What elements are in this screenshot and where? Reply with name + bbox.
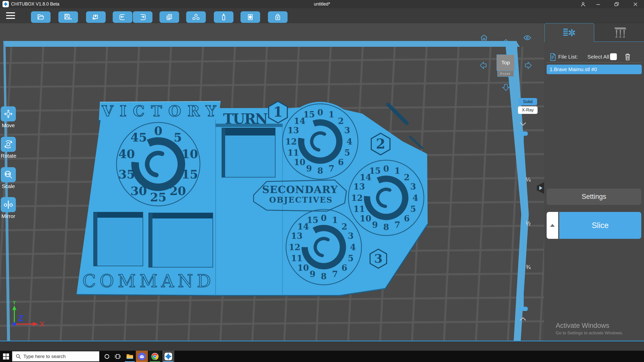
tool-mirror[interactable]: Mirror bbox=[1, 197, 16, 219]
below-plate-area bbox=[0, 341, 644, 351]
command-label: COMMAND bbox=[83, 271, 212, 291]
clip-up-chevron[interactable] bbox=[519, 122, 527, 127]
file-list-item[interactable]: 1.Brave Maimu.stl #0 bbox=[547, 65, 642, 74]
dial-number: 10 bbox=[297, 263, 309, 273]
dial-number: 4 bbox=[413, 193, 418, 203]
dial-number: 9 bbox=[372, 220, 378, 230]
select-all-checkbox[interactable] bbox=[610, 53, 617, 60]
search-icon bbox=[16, 354, 21, 359]
user-account-icon[interactable] bbox=[577, 0, 589, 8]
dig-hole-button[interactable] bbox=[268, 11, 288, 23]
rotate-left-arrow[interactable] bbox=[479, 61, 487, 71]
search-placeholder: Type here to search bbox=[23, 354, 66, 359]
dial-number: 13 bbox=[288, 125, 299, 135]
minimize-button[interactable] bbox=[592, 0, 604, 8]
screenshot-button[interactable] bbox=[86, 11, 106, 23]
resin-bottle-button[interactable] bbox=[214, 11, 233, 23]
select-all-label: Select All bbox=[587, 54, 609, 60]
clip-mark-quarter: ¼ bbox=[526, 176, 534, 183]
dial-number: 12 bbox=[285, 137, 297, 147]
view-cube-front-face[interactable]: Front bbox=[497, 71, 514, 77]
dial-number: 2 bbox=[342, 222, 347, 232]
dial-number: 30 bbox=[131, 184, 147, 198]
tool-move-label: Move bbox=[1, 122, 16, 128]
round-badge-3: 3 bbox=[370, 249, 387, 268]
dial-number: 0 bbox=[383, 164, 389, 174]
home-view-icon[interactable] bbox=[480, 34, 488, 43]
stl-model[interactable]: VICTORY TURN SECONDARY OBJECTIVES COMMAN… bbox=[76, 101, 428, 296]
open-file-button[interactable] bbox=[31, 11, 51, 23]
dial-number: 9 bbox=[310, 269, 315, 279]
view-cube-top-face[interactable]: Top bbox=[497, 55, 515, 71]
tab-supports[interactable] bbox=[595, 23, 644, 42]
clip-slider-track[interactable] bbox=[522, 133, 524, 309]
chrome-icon[interactable] bbox=[149, 351, 161, 362]
turn-recess bbox=[222, 128, 275, 177]
clip-down-chevron[interactable] bbox=[519, 317, 527, 322]
tool-rotate[interactable]: Rotate bbox=[1, 137, 16, 159]
clip-slider-bottom-handle[interactable] bbox=[518, 307, 528, 311]
dial-number: 9 bbox=[306, 164, 312, 173]
cortana-icon[interactable] bbox=[102, 351, 112, 362]
dial-number: 0 bbox=[321, 213, 327, 223]
auto-layout-button[interactable] bbox=[186, 11, 206, 23]
hollow-button[interactable] bbox=[240, 11, 260, 23]
taskbar-search-input[interactable]: Type here to search bbox=[12, 351, 99, 361]
dial-number: 8 bbox=[383, 222, 389, 232]
settings-button[interactable]: Settings bbox=[547, 189, 641, 205]
tool-mirror-label: Mirror bbox=[1, 213, 16, 219]
tool-scale[interactable]: Scale bbox=[1, 167, 16, 189]
dial-number: 8 bbox=[321, 272, 327, 281]
objectives-label: OBJECTIVES bbox=[269, 195, 332, 204]
file-explorer-icon[interactable] bbox=[124, 351, 136, 362]
undo-button[interactable] bbox=[113, 11, 132, 23]
document-title: untitled* bbox=[0, 2, 644, 7]
render-mode-xray-button[interactable]: X-Ray bbox=[518, 106, 538, 114]
dial-number: 3 bbox=[410, 182, 416, 192]
rotate-right-arrow[interactable] bbox=[525, 61, 532, 71]
dial-number: 7 bbox=[394, 220, 400, 230]
file-item-label: 1.Brave Maimu.stl #0 bbox=[550, 67, 597, 72]
tool-scale-label: Scale bbox=[1, 183, 16, 189]
dial-number: 12 bbox=[351, 193, 363, 203]
view-cube[interactable]: Top Front bbox=[497, 55, 515, 77]
dial-number: 4 bbox=[347, 137, 352, 147]
discord-icon[interactable] bbox=[136, 351, 148, 362]
dial-number: 20 bbox=[170, 184, 186, 198]
clip-mark-three-quarter: ¾ bbox=[526, 264, 534, 271]
perspective-eye-icon[interactable] bbox=[523, 34, 531, 42]
clone-button[interactable] bbox=[159, 11, 179, 23]
menu-button[interactable] bbox=[6, 12, 15, 19]
close-button[interactable] bbox=[630, 0, 641, 8]
task-view-icon[interactable] bbox=[113, 351, 123, 362]
viewport-3d[interactable]: VICTORY TURN SECONDARY OBJECTIVES COMMAN… bbox=[0, 23, 544, 341]
turn-label: TURN bbox=[223, 110, 268, 127]
dial-number: 15 bbox=[369, 166, 381, 176]
activate-windows-watermark: Activate Windows Go to Settings to activ… bbox=[556, 322, 623, 336]
dial-number: 5 bbox=[410, 204, 416, 214]
start-button[interactable] bbox=[3, 353, 9, 359]
restore-button[interactable] bbox=[611, 0, 622, 8]
slice-expand-button[interactable] bbox=[547, 212, 558, 239]
svg-text:3: 3 bbox=[374, 251, 382, 265]
render-mode-solid-button[interactable]: Solid bbox=[518, 98, 537, 105]
panel-tab-bar bbox=[544, 23, 644, 42]
delete-trash-icon[interactable] bbox=[624, 53, 631, 61]
dial-number: 11 bbox=[291, 253, 303, 263]
dial-number: 11 bbox=[288, 148, 299, 158]
rotate-down-arrow[interactable] bbox=[501, 84, 510, 92]
rotate-up-arrow[interactable] bbox=[501, 39, 510, 47]
file-list-separator bbox=[547, 62, 641, 63]
dial-number: 0 bbox=[317, 108, 323, 117]
clip-slider-top-handle[interactable] bbox=[518, 131, 528, 136]
chitubox-taskbar-icon[interactable] bbox=[162, 351, 174, 362]
tab-file-settings[interactable] bbox=[544, 23, 594, 42]
svg-text:1: 1 bbox=[273, 104, 283, 120]
tool-move[interactable]: Move bbox=[1, 106, 16, 128]
tool-rotate-label: Rotate bbox=[1, 153, 16, 159]
slice-button[interactable]: Slice bbox=[559, 212, 641, 239]
save-button[interactable] bbox=[58, 11, 78, 23]
command-recess-1 bbox=[94, 212, 143, 266]
redo-button[interactable] bbox=[133, 11, 152, 23]
axis-z-label: Z bbox=[18, 313, 24, 323]
